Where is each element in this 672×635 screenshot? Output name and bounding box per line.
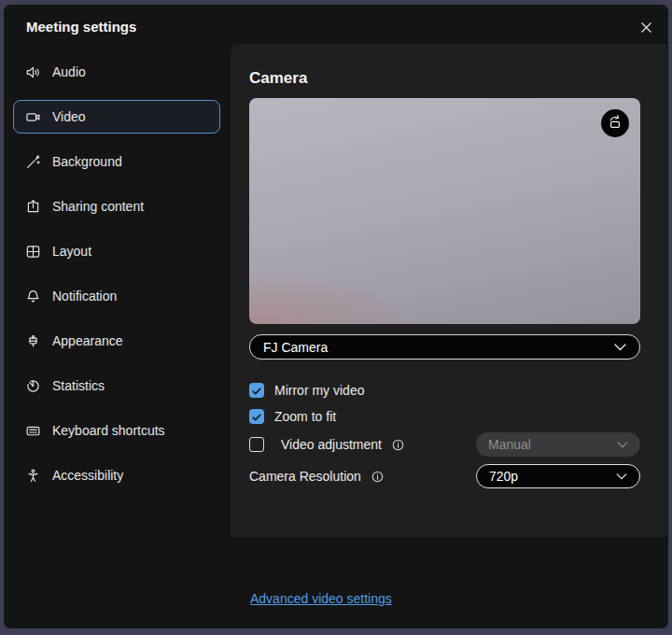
video-adjustment-checkbox[interactable] [249,437,264,452]
rotate-camera-button[interactable] [601,109,629,137]
layout-grid-icon [25,244,41,260]
sidebar-item-video[interactable]: Video [13,100,220,134]
mirror-video-checkbox[interactable] [249,383,264,398]
mirror-video-label: Mirror my video [274,383,364,398]
dialog-title: Meeting settings [26,19,136,35]
camera-device-value: FJ Camera [263,340,328,355]
zoom-to-fit-checkbox[interactable] [249,409,264,424]
sidebar-item-statistics[interactable]: Statistics [13,369,220,402]
section-title: Camera [249,68,640,89]
sidebar-item-label: Sharing content [52,199,144,214]
sidebar-item-label: Keyboard shortcuts [52,423,165,438]
close-icon [639,21,653,37]
video-adjustment-mode-value: Manual [488,437,531,452]
sidebar-item-label: Video [52,109,86,124]
advanced-video-settings-link[interactable]: Advanced video settings [250,591,392,606]
sidebar-item-label: Appearance [52,333,123,348]
sidebar-item-label: Notification [52,289,117,303]
camera-resolution-value: 720p [489,469,518,484]
zoom-to-fit-row: Zoom to fit [249,406,640,427]
checkmark-icon [252,383,261,398]
speaker-icon [25,64,41,80]
video-camera-icon [25,109,41,125]
info-icon[interactable] [391,438,405,452]
chevron-down-icon [617,442,628,448]
sidebar-item-label: Audio [52,64,86,79]
mirror-video-row: Mirror my video [249,380,640,401]
camera-preview [249,98,640,324]
keyboard-icon [25,423,41,439]
sidebar-item-appearance[interactable]: Appearance [13,324,220,358]
chevron-down-icon [616,473,627,480]
camera-resolution-select[interactable]: 720p [476,464,640,488]
sidebar-item-label: Background [52,154,122,169]
video-adjustment-row: Video adjustment Manual [249,432,640,457]
rotate-camera-icon [607,114,623,134]
zoom-to-fit-label: Zoom to fit [274,409,336,424]
close-button[interactable] [633,16,659,42]
bell-icon [25,289,41,304]
camera-resolution-row: Camera Resolution 720p [249,464,640,488]
sidebar-item-label: Statistics [52,378,105,393]
video-adjustment-label: Video adjustment [281,437,382,452]
sidebar-item-layout[interactable]: Layout [13,234,220,268]
camera-settings-panel: Camera FJ Camera Mirror my vide [231,44,667,537]
camera-options: Mirror my video Zoom to fit Video adjust… [249,380,640,488]
video-adjustment-mode-select: Manual [476,432,640,457]
sidebar-item-audio[interactable]: Audio [13,55,220,89]
chevron-down-icon [614,344,626,351]
sidebar-item-background[interactable]: Background [13,145,220,178]
statistics-icon [25,378,41,394]
info-icon[interactable] [371,470,385,484]
sidebar-item-keyboard-shortcuts[interactable]: Keyboard shortcuts [13,414,220,447]
magic-wand-icon [25,154,41,170]
sidebar-item-label: Accessibility [52,468,123,483]
settings-sidebar: Audio Video Background Sharing content L… [4,55,233,503]
sidebar-item-notification[interactable]: Notification [13,279,220,313]
camera-resolution-label: Camera Resolution [249,469,361,484]
checkmark-icon [252,409,261,424]
meeting-settings-dialog: Meeting settings Audio Video Background [3,4,669,629]
sidebar-item-label: Layout [52,244,91,259]
paintbrush-icon [25,333,41,349]
camera-device-select[interactable]: FJ Camera [249,334,640,360]
sidebar-item-accessibility[interactable]: Accessibility [13,459,220,492]
share-icon [25,199,41,215]
sidebar-item-sharing-content[interactable]: Sharing content [13,190,220,223]
accessibility-icon [25,468,41,484]
